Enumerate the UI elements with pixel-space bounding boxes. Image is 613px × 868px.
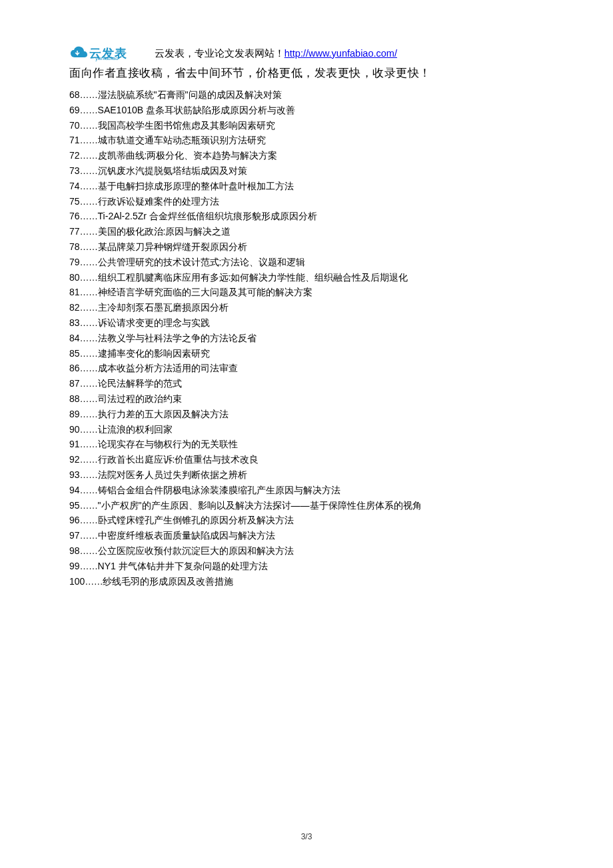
list-item: 97……中密度纤维板表面质量缺陷成因与解决方法 — [69, 528, 544, 543]
list-item: 92……行政首长出庭应诉:价值重估与技术改良 — [69, 452, 544, 467]
item-title: 沉钒废水汽提脱氨塔结垢成因及对策 — [98, 165, 247, 176]
item-title: 组织工程肌腱离临床应用有多远:如何解决力学性能、组织融合性及后期退化 — [98, 272, 408, 283]
item-title: 城市轨道交通车站动态瓶颈识别方法研究 — [98, 135, 266, 145]
list-item: 72……皮凯蒂曲线:两极分化、资本趋势与解决方案 — [69, 148, 544, 163]
list-item: 89……执行力差的五大原因及解决方法 — [69, 407, 544, 422]
list-item: 87……论民法解释学的范式 — [69, 376, 544, 391]
list-item: 90……让流浪的权利回家 — [69, 422, 544, 437]
item-title: 成本收益分析方法适用的司法审查 — [98, 363, 238, 373]
item-title: 我国高校学生图书馆焦虑及其影响因素研究 — [98, 120, 275, 131]
item-title: 皮凯蒂曲线:两极分化、资本趋势与解决方案 — [98, 150, 278, 161]
list-item: 83……诉讼请求变更的理念与实践 — [69, 315, 544, 331]
item-number: 96 — [69, 515, 80, 525]
item-title: 公共管理研究的技术设计范式:方法论、议题和逻辑 — [98, 257, 306, 267]
list-item: 85……逮捕率变化的影响因素研究 — [69, 346, 544, 361]
item-number: 75 — [69, 196, 80, 207]
item-separator: …… — [80, 196, 98, 207]
item-title: 中密度纤维板表面质量缺陷成因与解决方法 — [98, 530, 275, 541]
item-separator: …… — [80, 302, 98, 313]
list-item: 76……Ti-2Al-2.5Zr 合金焊丝低倍组织坑痕形貌形成原因分析 — [69, 209, 544, 224]
item-number: 100 — [69, 576, 85, 587]
item-separator: …… — [80, 333, 98, 343]
list-item: 69……SAE1010B 盘条耳状筋缺陷形成原因分析与改善 — [69, 103, 544, 118]
item-title: 诉讼请求变更的理念与实践 — [98, 317, 210, 328]
item-number: 91 — [69, 439, 80, 449]
item-title: 论现实存在与物权行为的无关联性 — [98, 439, 238, 449]
document-header: 云发表 yunfabiao 云发表，专业论文发表网站！ http://www.y… — [69, 45, 544, 81]
item-number: 78 — [69, 241, 80, 252]
item-title: 执行力差的五大原因及解决方法 — [98, 409, 229, 419]
item-separator: …… — [85, 576, 103, 587]
item-title: 司法过程的政治约束 — [98, 393, 182, 404]
list-item: 88……司法过程的政治约束 — [69, 391, 544, 407]
item-number: 79 — [69, 257, 80, 267]
list-item: 70……我国高校学生图书馆焦虑及其影响因素研究 — [69, 118, 544, 133]
item-title: 湿法脱硫系统"石膏雨"问题的成因及解决对策 — [98, 89, 282, 100]
list-item: 80……组织工程肌腱离临床应用有多远:如何解决力学性能、组织融合性及后期退化 — [69, 270, 544, 285]
list-item: 73……沉钒废水汽提脱氨塔结垢成因及对策 — [69, 163, 544, 179]
list-item: 94……铸铝合金组合件阴极电泳涂装漆膜缩孔产生原因与解决方法 — [69, 483, 544, 498]
header-tagline: 云发表，专业论文发表网站！ — [155, 47, 285, 60]
item-title: 行政首长出庭应诉:价值重估与技术改良 — [98, 454, 259, 465]
item-separator: …… — [80, 485, 98, 495]
logo-subtext: yunfabiao — [95, 55, 119, 61]
list-item: 68……湿法脱硫系统"石膏雨"问题的成因及解决对策 — [69, 87, 544, 103]
list-item: 78……某品牌菜刀异种钢焊缝开裂原因分析 — [69, 239, 544, 255]
item-number: 97 — [69, 530, 80, 541]
item-separator: …… — [80, 348, 98, 359]
item-separator: …… — [80, 89, 98, 100]
item-title: 铸铝合金组合件阴极电泳涂装漆膜缩孔产生原因与解决方法 — [98, 485, 340, 495]
item-number: 93 — [69, 469, 80, 480]
header-link[interactable]: http://www.yunfabiao.com/ — [285, 48, 397, 59]
item-separator: …… — [80, 363, 98, 373]
item-separator: …… — [80, 120, 98, 131]
item-separator: …… — [80, 439, 98, 449]
item-separator: …… — [80, 424, 98, 435]
item-number: 69 — [69, 105, 80, 115]
cloud-logo-icon — [69, 45, 88, 61]
list-item: 86……成本收益分析方法适用的司法审查 — [69, 361, 544, 376]
article-list: 68……湿法脱硫系统"石膏雨"问题的成因及解决对策69……SAE1010B 盘条… — [69, 87, 544, 589]
item-title: 逮捕率变化的影响因素研究 — [98, 348, 210, 359]
item-separator: …… — [80, 211, 98, 221]
item-separator: …… — [80, 454, 98, 465]
list-item: 79……公共管理研究的技术设计范式:方法论、议题和逻辑 — [69, 255, 544, 270]
item-title: "小产权房"的产生原因、影响以及解决方法探讨——基于保障性住房体系的视角 — [98, 500, 422, 511]
item-separator: …… — [80, 530, 98, 541]
item-number: 73 — [69, 165, 80, 176]
list-item: 81……神经语言学研究面临的三大问题及其可能的解决方案 — [69, 285, 544, 300]
item-title: 公立医院应收预付款沉淀巨大的原因和解决方法 — [98, 545, 294, 556]
item-separator: …… — [80, 500, 98, 511]
item-title: 纱线毛羽的形成原因及改善措施 — [103, 576, 233, 587]
item-separator: …… — [80, 272, 98, 283]
item-number: 83 — [69, 317, 80, 328]
item-separator: …… — [80, 515, 98, 525]
item-number: 84 — [69, 333, 80, 343]
item-separator: …… — [80, 105, 98, 115]
item-separator: …… — [80, 226, 98, 237]
list-item: 82……主冷却剂泵石墨瓦磨损原因分析 — [69, 300, 544, 315]
item-number: 88 — [69, 393, 80, 404]
item-number: 87 — [69, 378, 80, 389]
item-number: 74 — [69, 181, 80, 191]
list-item: 71……城市轨道交通车站动态瓶颈识别方法研究 — [69, 133, 544, 148]
list-item: 84……法教义学与社科法学之争的方法论反省 — [69, 331, 544, 346]
item-number: 80 — [69, 272, 80, 283]
item-number: 89 — [69, 409, 80, 419]
header-subheader: 面向作者直接收稿，省去中间环节，价格更低，发表更快，收录更快！ — [69, 65, 544, 81]
item-title: Ti-2Al-2.5Zr 合金焊丝低倍组织坑痕形貌形成原因分析 — [98, 211, 317, 221]
item-number: 76 — [69, 211, 80, 221]
item-separator: …… — [80, 317, 98, 328]
item-title: 论民法解释学的范式 — [98, 378, 182, 389]
list-item: 100……纱线毛羽的形成原因及改善措施 — [69, 574, 544, 589]
item-title: SAE1010B 盘条耳状筋缺陷形成原因分析与改善 — [98, 105, 295, 115]
item-title: 法教义学与社科法学之争的方法论反省 — [98, 333, 257, 343]
list-item: 98……公立医院应收预付款沉淀巨大的原因和解决方法 — [69, 543, 544, 559]
item-separator: …… — [80, 135, 98, 145]
item-separator: …… — [80, 241, 98, 252]
item-number: 85 — [69, 348, 80, 359]
item-separator: …… — [80, 409, 98, 419]
item-number: 98 — [69, 545, 80, 556]
item-separator: …… — [80, 378, 98, 389]
item-number: 81 — [69, 287, 80, 297]
